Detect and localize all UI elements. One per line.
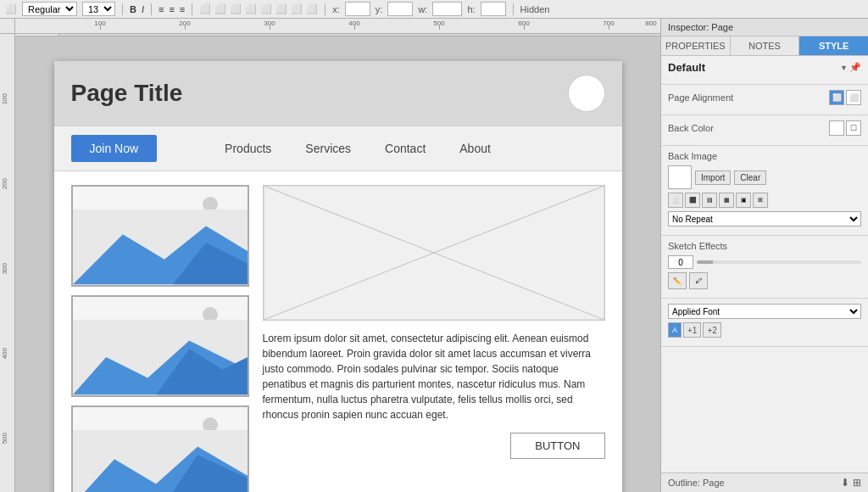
lorem-text: Lorem ipsum dolor sit amet, consectetur … <box>263 331 605 422</box>
outline-label: Outline: Page <box>668 478 725 488</box>
back-color-controls: ☐ <box>829 120 861 136</box>
ruler-corner <box>0 19 15 34</box>
x-input[interactable] <box>345 2 370 16</box>
toolbar: ⬜ Regular 13 B I ≡ ≡ ≡ ⬜ ⬜ ⬜ ⬜ ⬜ ⬜ ⬜ ⬜ x… <box>0 0 868 19</box>
repeat-btn-2[interactable]: ⬛ <box>685 193 700 208</box>
font-select[interactable]: Regular <box>22 2 77 16</box>
repeat-btn-6[interactable]: ⊞ <box>753 193 768 208</box>
h-label: h: <box>467 4 475 14</box>
clear-button[interactable]: Clear <box>734 171 766 185</box>
tb-btn4[interactable]: ⬜ <box>245 3 257 14</box>
placeholder-image <box>263 185 605 321</box>
nav-link-contact[interactable]: Contact <box>385 142 426 155</box>
ruler-h-750: 800 <box>645 20 656 27</box>
default-pin-icon[interactable]: 📌 <box>849 62 861 73</box>
tab-style-label: STYLE <box>819 41 849 51</box>
svg-line-10 <box>264 186 604 320</box>
sketch-effects-label: Sketch Effects <box>668 241 727 251</box>
sketch-effects-row: Sketch Effects <box>668 241 861 251</box>
repeat-btn-3[interactable]: ▤ <box>702 193 717 208</box>
placeholder-svg <box>264 186 604 320</box>
repeat-select[interactable]: No Repeat <box>668 211 861 226</box>
panel-footer: Outline: Page ⬇ ⊞ <box>661 472 868 492</box>
thumb-1 <box>71 185 249 287</box>
tab-notes[interactable]: NOTES <box>731 36 800 55</box>
h-input[interactable] <box>481 2 506 16</box>
style-content: Default ▼ 📌 Page Alignment ⬜ ⬜ <box>661 56 868 472</box>
tb-btn7[interactable]: ⬜ <box>291 3 303 14</box>
tb-btn6[interactable]: ⬜ <box>275 3 287 14</box>
tb-btn[interactable]: ⬜ <box>199 3 211 14</box>
back-color-row: Back Color ☐ <box>668 120 861 136</box>
back-color-label: Back Color <box>668 123 714 133</box>
y-label: y: <box>376 4 383 14</box>
thumb-3 <box>71 405 249 492</box>
toolbar-sep-3 <box>192 3 192 15</box>
default-dropdown-arrow: ▼ <box>840 64 848 72</box>
font-select-panel[interactable]: Applied Font <box>668 304 861 319</box>
page-alignment-label: Page Alignment <box>668 92 733 103</box>
sketch-slider[interactable] <box>697 260 861 264</box>
tb-btn8[interactable]: ⬜ <box>306 3 318 14</box>
x-label: x: <box>332 4 340 14</box>
w-input[interactable] <box>432 2 462 16</box>
tb-btn5[interactable]: ⬜ <box>260 3 272 14</box>
back-image-section: Back Image Import Clear ⬜ ⬛ ▤ ▦ ▣ ⊞ No R… <box>661 146 868 236</box>
content-button[interactable]: BUTTON <box>510 433 604 459</box>
ruler-v-500: 500 <box>1 433 8 444</box>
back-image-controls: Import Clear <box>668 165 861 189</box>
back-image-preview <box>668 165 692 189</box>
sketch-icon-2[interactable]: 🖊 <box>689 272 708 289</box>
thumb-1-mountain <box>73 209 248 285</box>
sketch-input[interactable] <box>668 255 693 269</box>
font-row: Applied Font <box>668 304 861 319</box>
align-left-btn[interactable]: ⬜ <box>829 90 844 105</box>
repeat-btn-1[interactable]: ⬜ <box>668 193 683 208</box>
canvas-area[interactable]: Home ✕ 100 200 300 400 500 600 700 <box>0 19 660 492</box>
nav-link-about[interactable]: About <box>459 142 491 155</box>
tab-properties[interactable]: PROPERTIES <box>661 36 731 55</box>
nav-link-services[interactable]: Services <box>305 142 351 155</box>
thumb-3-mountain <box>73 429 248 492</box>
back-color-box[interactable] <box>829 120 844 136</box>
svg-rect-9 <box>264 186 604 320</box>
page-header: Page Title <box>54 61 622 126</box>
toolbar-btn-i[interactable]: I <box>142 4 144 14</box>
font-plus2-btn[interactable]: +2 <box>703 322 721 338</box>
default-section: Default ▼ 📌 <box>661 56 868 85</box>
w-label: w: <box>418 4 427 14</box>
toolbar-align-right[interactable]: ≡ <box>180 4 185 14</box>
repeat-btn-4[interactable]: ▦ <box>719 193 734 208</box>
toolbar-sep-2 <box>151 3 152 15</box>
font-plus1-btn[interactable]: +1 <box>683 322 701 338</box>
tab-style[interactable]: STYLE <box>799 36 868 55</box>
toolbar-align-left[interactable]: ≡ <box>159 4 164 14</box>
toolbar-align-center[interactable]: ≡ <box>169 4 174 14</box>
back-color-section: Back Color ☐ <box>661 115 868 146</box>
sketch-icon-1[interactable]: ✏️ <box>668 272 687 289</box>
join-now-button[interactable]: Join Now <box>71 135 158 162</box>
y-input[interactable] <box>387 2 413 16</box>
ruler-h-inner: 100 200 300 400 500 600 700 800 <box>15 19 660 34</box>
tb-btn2[interactable]: ⬜ <box>214 3 226 14</box>
repeat-btn-5[interactable]: ▣ <box>736 193 751 208</box>
nav-bar: Join Now Products Services Contact About <box>54 126 622 171</box>
inspector-header: Inspector: Page <box>661 19 868 36</box>
ruler-v-200: 200 <box>1 178 8 189</box>
outline-icon-1[interactable]: ⬇ <box>841 477 849 489</box>
toolbar-sep-4 <box>325 3 326 15</box>
inspector-tabs: PROPERTIES NOTES STYLE <box>661 36 868 56</box>
font-size-select[interactable]: 13 <box>82 2 115 16</box>
back-color-btn[interactable]: ☐ <box>846 120 861 136</box>
import-button[interactable]: Import <box>695 171 731 185</box>
align-right-btn[interactable]: ⬜ <box>846 90 861 105</box>
ruler-tick-700 <box>609 25 609 30</box>
default-label: Default <box>668 61 705 74</box>
font-size-icon[interactable]: A <box>668 322 682 338</box>
outline-icon-2[interactable]: ⊞ <box>853 477 861 489</box>
ruler-v-400: 400 <box>1 348 8 359</box>
page-title: Page Title <box>71 80 183 107</box>
tb-btn3[interactable]: ⬜ <box>230 3 242 14</box>
toolbar-btn-b[interactable]: B <box>130 4 136 14</box>
nav-link-products[interactable]: Products <box>225 142 271 155</box>
